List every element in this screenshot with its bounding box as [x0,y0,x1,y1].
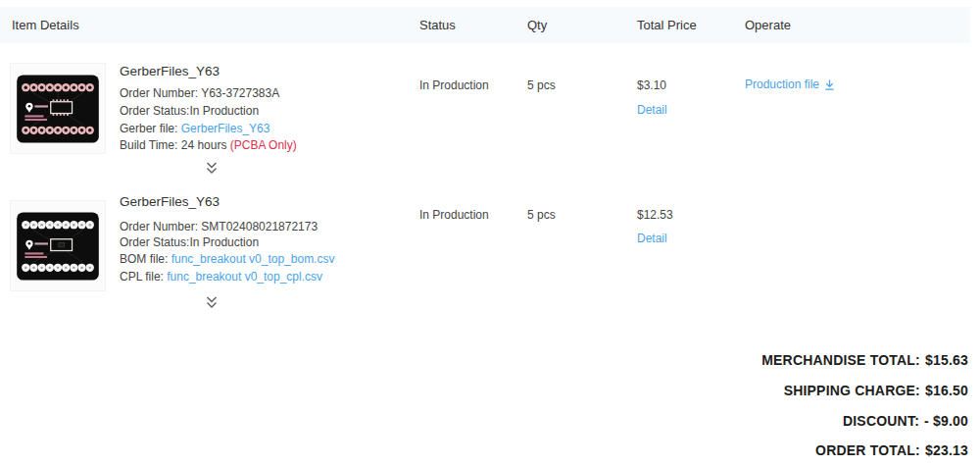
column-header-item-details: Item Details [12,7,79,43]
order-number-label: Order Number: [120,220,201,233]
order-number-line: Order Number: Y63-3727383A [120,86,279,100]
build-time-value: 24 hours [181,138,230,152]
row-status: In Production [419,208,489,222]
order-total-value: $23.13 [925,442,968,458]
discount-label: DISCOUNT: [843,413,919,429]
merchandise-total: MERCHANDISE TOTAL:$15.63 [761,352,968,368]
column-header-total-price: Total Price [637,7,697,43]
order-number-value: SMT02408021872173 [201,220,318,233]
shipping-charge: SHIPPING CHARGE:$16.50 [784,383,968,398]
discount-value: - $9.00 [924,413,968,429]
column-header-qty: Qty [527,7,547,43]
detail-link[interactable]: Detail [637,232,667,245]
order-status-value: In Production [189,104,259,118]
build-time-line: Build Time: 24 hours (PCBA Only) [120,138,297,152]
order-number-line: Order Number: SMT02408021872173 [120,220,318,233]
order-status-label: Order Status: [120,104,189,118]
row-qty: 5 pcs [527,78,556,92]
order-total-label: ORDER TOTAL: [815,442,920,458]
column-header-status: Status [419,7,456,43]
build-time-note: (PCBA Only) [230,138,297,152]
bom-file-link[interactable]: func_breakout v0_top_bom.csv [172,252,335,266]
gerber-file-link[interactable]: GerberFiles_Y63 [181,122,270,135]
merchandise-total-label: MERCHANDISE TOTAL: [761,352,920,368]
expand-row-button[interactable] [203,295,220,310]
gerber-file-line: Gerber file: GerberFiles_Y63 [120,122,270,135]
order-total: ORDER TOTAL:$23.13 [815,442,968,458]
order-details-page: Item Details Status Qty Total Price Oper… [0,0,980,466]
pcb-image [15,207,101,285]
pcb-image [15,70,101,148]
expand-row-button[interactable] [203,161,220,176]
order-status-line: Order Status:In Production [120,104,259,118]
shipping-charge-value: $16.50 [925,383,968,398]
column-header-operate: Operate [745,7,791,43]
row-qty: 5 pcs [527,208,556,222]
detail-link[interactable]: Detail [637,103,667,117]
cpl-file-line: CPL file: func_breakout v0_top_cpl.csv [120,270,322,284]
pcb-thumbnail [10,200,106,291]
cpl-file-label: CPL file: [120,270,167,284]
cpl-file-link[interactable]: func_breakout v0_top_cpl.csv [167,270,322,284]
production-file-link[interactable]: Production file [745,78,835,91]
order-status-value: In Production [189,235,259,249]
order-status-line: Order Status:In Production [120,235,259,249]
item-title: GerberFiles_Y63 [120,194,220,209]
discount: DISCOUNT:- $9.00 [843,413,968,429]
order-status-label: Order Status: [120,235,189,249]
bom-file-line: BOM file: func_breakout v0_top_bom.csv [120,252,334,266]
row-total-price: $3.10 [637,78,666,92]
item-title: GerberFiles_Y63 [120,64,220,78]
pcb-thumbnail [10,63,106,154]
merchandise-total-value: $15.63 [925,352,968,368]
bom-file-label: BOM file: [120,252,172,266]
double-chevron-down-icon [203,295,220,310]
build-time-label: Build Time: [120,138,181,152]
order-number-label: Order Number: [120,86,201,100]
table-header: Item Details Status Qty Total Price Oper… [0,7,970,43]
production-file-label: Production file [745,78,819,91]
order-number-value: Y63-3727383A [201,86,279,100]
download-icon [824,78,835,91]
gerber-file-label: Gerber file: [120,122,181,135]
row-total-price: $12.53 [637,208,673,222]
shipping-charge-label: SHIPPING CHARGE: [784,383,920,398]
double-chevron-down-icon [203,161,220,176]
row-status: In Production [419,78,489,92]
